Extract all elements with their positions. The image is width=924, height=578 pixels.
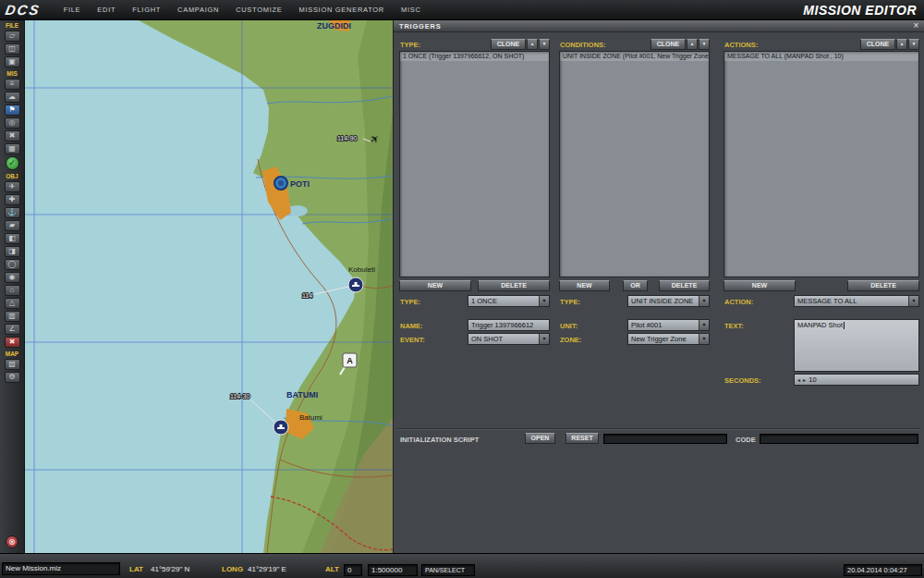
list-item[interactable]: MESSAGE TO ALL (MANPAD Shot , 10): [724, 52, 918, 61]
chevron-down-icon[interactable]: ▾: [908, 296, 918, 306]
menu-file[interactable]: FILE: [64, 6, 81, 14]
chevron-down-icon[interactable]: ▾: [539, 296, 549, 306]
panel-title-bar[interactable]: TRIGGERS: [394, 20, 924, 32]
open-script-button[interactable]: OPEN: [525, 433, 555, 444]
delete-object-icon[interactable]: ✖: [5, 337, 20, 348]
save-mission-icon[interactable]: ▣: [5, 56, 20, 68]
clone-action-button[interactable]: CLONE: [860, 39, 895, 50]
move-up-button[interactable]: ▴: [896, 39, 907, 50]
close-icon[interactable]: ×: [911, 21, 921, 31]
menu-customize[interactable]: CUSTOMIZE: [236, 6, 282, 14]
chevron-down-icon[interactable]: ▾: [699, 296, 709, 306]
mission-goals-icon[interactable]: ◎: [5, 117, 20, 129]
trigger-type-dropdown[interactable]: 1 ONCE ▾: [468, 295, 550, 307]
trigger-event-value: ON SHOT: [471, 335, 503, 343]
seconds-value: 10: [808, 375, 816, 384]
summary-icon[interactable]: ▦: [5, 143, 20, 154]
move-up-button[interactable]: ▴: [527, 39, 538, 50]
ship-unit-icon[interactable]: [348, 277, 363, 292]
move-down-button[interactable]: ▾: [699, 39, 710, 50]
reset-script-button[interactable]: RESET: [565, 433, 599, 444]
briefing-icon[interactable]: ≡: [5, 79, 20, 90]
map-view[interactable]: ZUGDIDI POTI Kobuleti BATUMI Batumi ✈ 11…: [25, 20, 393, 553]
triggers-list[interactable]: 1 ONCE (Trigger 1397966612, ON SHOT): [399, 51, 550, 277]
code-label: CODE: [736, 436, 756, 444]
delete-condition-button[interactable]: DELETE: [659, 280, 710, 291]
seconds-stepper[interactable]: ◂ ▸ 10: [794, 374, 919, 386]
chevron-down-icon[interactable]: ▾: [539, 334, 549, 344]
warehouse-icon[interactable]: ▥: [5, 311, 20, 322]
menu-campaign[interactable]: CAMPAIGN: [177, 6, 219, 14]
map-scale-field[interactable]: 1:500000: [368, 564, 418, 576]
initial-point-icon[interactable]: △: [5, 298, 20, 309]
altitude-field[interactable]: 0: [344, 564, 362, 576]
new-mission-icon[interactable]: ▱: [5, 31, 20, 42]
long-label: LONG: [222, 565, 243, 573]
chevron-down-icon[interactable]: ▾: [699, 320, 709, 330]
delete-trigger-button[interactable]: DELETE: [478, 280, 550, 291]
bullseye-icon[interactable]: ◉: [5, 272, 20, 283]
column-header: ACTIONS:: [724, 41, 758, 49]
farp-marker-letter: A: [346, 356, 353, 365]
menu-edit[interactable]: EDIT: [97, 6, 116, 14]
helicopter-group-icon[interactable]: ✚: [5, 194, 20, 205]
menu-bar: DCS FILE EDIT FLIGHT CAMPAIGN CUSTOMIZE …: [0, 0, 924, 20]
open-mission-icon[interactable]: ◫: [5, 43, 20, 55]
settings-icon[interactable]: ⚙: [5, 372, 20, 383]
condition-type-dropdown[interactable]: UNIT INSIDE ZONE ▾: [627, 295, 710, 307]
code-field[interactable]: [760, 434, 918, 444]
mission-filename-field[interactable]: New Mission.miz: [2, 562, 120, 575]
condition-zone-dropdown[interactable]: New Trigger Zone ▾: [627, 333, 710, 345]
move-down-button[interactable]: ▾: [908, 39, 919, 50]
farp-icon[interactable]: ⌂: [5, 285, 20, 296]
ship-unit-icon[interactable]: [274, 420, 288, 435]
menu-flight[interactable]: FLIGHT: [132, 6, 161, 14]
trigger-zone-icon[interactable]: ◯: [5, 259, 20, 270]
new-trigger-button[interactable]: NEW: [399, 280, 471, 291]
action-type-dropdown[interactable]: MESSAGE TO ALL ▾: [794, 295, 919, 307]
field-label-type: TYPE:: [400, 298, 420, 306]
field-label-unit: UNIT:: [560, 322, 578, 330]
condition-unit-dropdown[interactable]: Pilot #001 ▾: [627, 319, 710, 331]
move-up-button[interactable]: ▴: [687, 39, 698, 50]
template-icon[interactable]: ◨: [5, 246, 20, 257]
clone-condition-button[interactable]: CLONE: [650, 39, 686, 50]
static-object-icon[interactable]: ◧: [5, 233, 20, 244]
farp-marker[interactable]: A: [343, 353, 357, 367]
new-action-button[interactable]: NEW: [723, 280, 796, 291]
triggers-icon[interactable]: ⚑: [5, 105, 20, 116]
start-mission-icon[interactable]: ✓: [6, 156, 19, 170]
city-label-batumi-caps: BATUMI: [286, 390, 318, 400]
conditions-list[interactable]: UNIT INSIDE ZONE (Pilot #001, New Trigge…: [559, 51, 710, 277]
ruler-icon[interactable]: ∠: [5, 324, 20, 335]
weather-icon[interactable]: ☁: [5, 92, 20, 103]
menu-misc[interactable]: MISC: [401, 6, 421, 14]
list-item[interactable]: UNIT INSIDE ZONE (Pilot #001, New Trigge…: [560, 52, 709, 61]
airplane-group-icon[interactable]: ✈: [5, 181, 20, 192]
failures-icon[interactable]: ✖: [5, 130, 20, 141]
new-condition-button[interactable]: NEW: [559, 280, 610, 291]
script-file-field[interactable]: [603, 434, 727, 444]
delete-action-button[interactable]: DELETE: [847, 280, 919, 291]
trigger-name-input[interactable]: Trigger 1397966612: [468, 319, 550, 331]
decrement-icon[interactable]: ◂: [797, 375, 800, 386]
move-down-button[interactable]: ▾: [539, 39, 550, 50]
mouse-mode-field[interactable]: PAN/SELECT: [421, 564, 475, 576]
message-text-area[interactable]: MANPAD Shot: [794, 319, 919, 372]
menu-mission-generator[interactable]: MISSION GENERATOR: [298, 6, 383, 14]
chevron-down-icon[interactable]: ▾: [699, 334, 709, 344]
map-canvas[interactable]: ZUGDIDI POTI Kobuleti BATUMI Batumi ✈ 11…: [25, 20, 393, 553]
increment-icon[interactable]: ▸: [803, 375, 806, 386]
vehicle-group-icon[interactable]: ▰: [5, 220, 20, 231]
city-label-zugdidi: ZUGDIDI: [317, 21, 351, 31]
actions-column: ACTIONS: CLONE ▴ ▾ MESSAGE TO ALL (MANPA…: [723, 39, 919, 409]
map-options-icon[interactable]: ▧: [5, 359, 20, 370]
exit-icon[interactable]: ⊗: [6, 535, 18, 548]
clone-trigger-button[interactable]: CLONE: [491, 39, 526, 50]
list-item[interactable]: 1 ONCE (Trigger 1397966612, ON SHOT): [400, 52, 549, 61]
message-text-value: MANPAD Shot: [797, 321, 843, 329]
trigger-event-dropdown[interactable]: ON SHOT ▾: [468, 333, 550, 345]
or-condition-button[interactable]: OR: [623, 280, 648, 291]
ship-group-icon[interactable]: ⚓: [5, 207, 20, 218]
actions-list[interactable]: MESSAGE TO ALL (MANPAD Shot , 10): [723, 51, 919, 277]
